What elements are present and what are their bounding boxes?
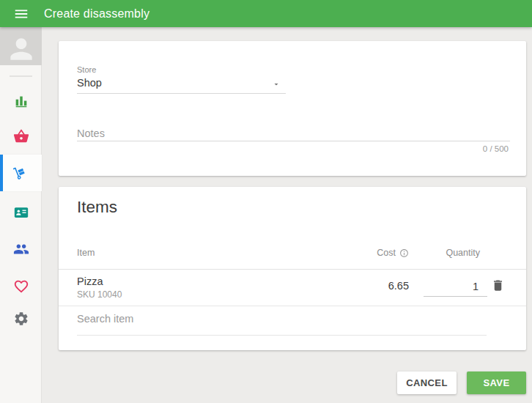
badge-card-icon bbox=[13, 204, 29, 221]
sidebar-divider bbox=[10, 75, 32, 77]
shopping-basket-icon bbox=[13, 128, 29, 144]
search-underline bbox=[77, 335, 487, 336]
bar-chart-icon bbox=[13, 93, 29, 109]
item-name: Pizza bbox=[77, 276, 103, 287]
table-row-divider bbox=[59, 306, 526, 306]
item-cost: 6.65 bbox=[388, 280, 409, 292]
gear-icon bbox=[13, 311, 29, 327]
notes-char-counter: 0 / 500 bbox=[483, 144, 509, 153]
sidebar-item-loyalty[interactable] bbox=[0, 270, 42, 303]
sidebar-item-profile[interactable] bbox=[0, 27, 42, 65]
cost-header-label: Cost bbox=[377, 248, 396, 258]
item-sku: SKU 10040 bbox=[77, 289, 122, 300]
app-bar: Create disassembly bbox=[0, 0, 532, 27]
quantity-input[interactable] bbox=[424, 277, 487, 297]
hamburger-menu-icon[interactable] bbox=[13, 6, 29, 22]
sidebar-item-sales[interactable] bbox=[0, 120, 42, 152]
column-header-quantity: Quantity bbox=[446, 248, 480, 258]
table-header-divider bbox=[59, 269, 526, 270]
avatar-person-icon bbox=[5, 33, 37, 65]
heart-icon bbox=[13, 278, 29, 295]
column-header-cost: Cost bbox=[377, 248, 409, 258]
sidebar-item-settings[interactable] bbox=[0, 303, 42, 335]
search-item-input[interactable] bbox=[77, 310, 487, 328]
chevron-down-icon[interactable] bbox=[272, 80, 281, 89]
page-title: Create disassembly bbox=[44, 7, 149, 21]
sidebar-item-customers[interactable] bbox=[0, 233, 42, 265]
notes-input[interactable] bbox=[77, 125, 510, 141]
store-select[interactable]: Shop bbox=[77, 77, 286, 93]
sidebar-item-employees[interactable] bbox=[0, 196, 42, 229]
trolley-icon bbox=[13, 165, 29, 181]
save-button[interactable]: SAVE bbox=[467, 371, 526, 394]
store-underline bbox=[77, 93, 286, 94]
cancel-button[interactable]: CANCEL bbox=[397, 371, 457, 394]
items-card: Items Item Cost Quantity Pizza SKU 10040… bbox=[59, 187, 526, 350]
details-card: Store Shop 0 / 500 bbox=[59, 41, 526, 176]
sidebar-item-reports[interactable] bbox=[0, 85, 42, 117]
info-icon[interactable] bbox=[399, 248, 409, 258]
delete-item-button[interactable] bbox=[491, 278, 505, 292]
selected-indicator bbox=[0, 155, 3, 191]
sidebar bbox=[0, 27, 42, 403]
items-title: Items bbox=[77, 198, 117, 217]
people-icon bbox=[13, 241, 29, 257]
sidebar-item-inventory[interactable] bbox=[0, 155, 42, 191]
column-header-item: Item bbox=[77, 248, 95, 258]
store-label: Store bbox=[77, 65, 96, 74]
